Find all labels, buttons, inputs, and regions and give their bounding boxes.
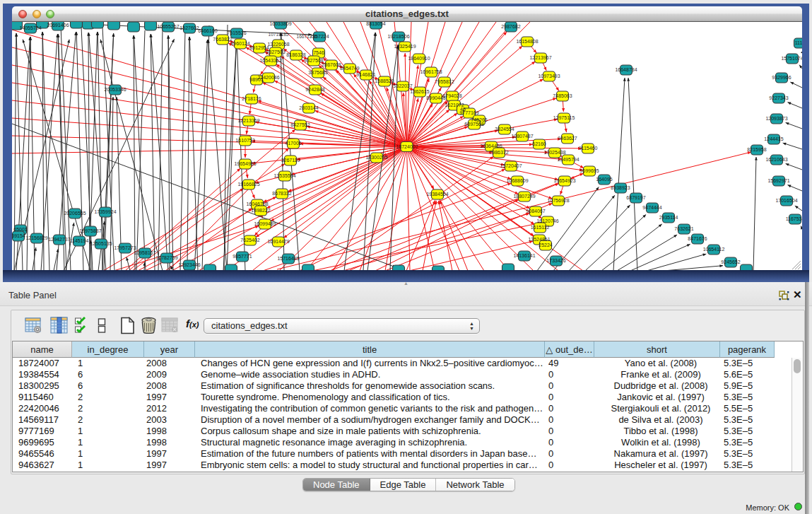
svg-text:8813054: 8813054 <box>366 22 385 26</box>
svg-text:13524851: 13524851 <box>528 237 550 242</box>
svg-text:9327508: 9327508 <box>304 58 323 63</box>
svg-text:2718176: 2718176 <box>242 96 261 101</box>
svg-text:8215958: 8215958 <box>747 147 766 152</box>
svg-text:19218506: 19218506 <box>387 34 409 39</box>
svg-text:1527602: 1527602 <box>180 25 199 30</box>
svg-text:1498222: 1498222 <box>251 208 270 213</box>
svg-text:13535594: 13535594 <box>273 173 295 178</box>
svg-text:98901: 98901 <box>249 77 264 82</box>
svg-text:2987682: 2987682 <box>501 24 520 29</box>
svg-text:7955812: 7955812 <box>435 79 454 84</box>
svg-text:8960124: 8960124 <box>230 41 249 46</box>
svg-text:16033809: 16033809 <box>269 22 291 26</box>
svg-text:8471676: 8471676 <box>688 236 707 241</box>
svg-text:14055724: 14055724 <box>19 25 41 30</box>
svg-text:417006: 417006 <box>285 141 301 146</box>
svg-text:12156829: 12156829 <box>25 235 47 240</box>
svg-text:10654112: 10654112 <box>703 247 725 252</box>
svg-text:7485063: 7485063 <box>553 93 572 98</box>
svg-text:13495794: 13495794 <box>557 157 579 162</box>
svg-text:9242848: 9242848 <box>305 87 324 92</box>
svg-text:9245652: 9245652 <box>721 259 740 264</box>
svg-text:15751074: 15751074 <box>781 56 802 61</box>
svg-text:6466160: 6466160 <box>198 28 217 33</box>
svg-text:10973493: 10973493 <box>538 74 560 78</box>
svg-text:16648784: 16648784 <box>615 67 637 72</box>
svg-text:16210643: 16210643 <box>765 157 787 162</box>
svg-text:7546: 7546 <box>313 50 324 55</box>
svg-text:1362615: 1362615 <box>410 89 429 94</box>
svg-text:19975887: 19975887 <box>79 228 101 233</box>
svg-text:15720407: 15720407 <box>500 163 522 168</box>
svg-text:9084067: 9084067 <box>526 209 545 214</box>
svg-text:12325419: 12325419 <box>394 44 416 49</box>
svg-text:10719185: 10719185 <box>269 32 289 37</box>
svg-text:1733426: 1733426 <box>546 258 565 263</box>
svg-text:3875685: 3875685 <box>308 70 327 75</box>
svg-text:8678332: 8678332 <box>272 191 291 196</box>
svg-text:16046708: 16046708 <box>246 201 268 206</box>
svg-text:8186328: 8186328 <box>286 52 305 57</box>
svg-text:1167534: 1167534 <box>786 216 802 221</box>
svg-text:3267110: 3267110 <box>281 158 300 163</box>
svg-text:1615112: 1615112 <box>531 225 550 230</box>
svg-text:19654923: 19654923 <box>553 178 575 183</box>
svg-text:17957273: 17957273 <box>114 245 136 250</box>
svg-text:10025438: 10025438 <box>543 150 565 155</box>
svg-text:15692971: 15692971 <box>767 178 789 183</box>
svg-text:16543362: 16543362 <box>259 58 281 63</box>
svg-text:6897568: 6897568 <box>464 122 483 127</box>
svg-text:19166825: 19166825 <box>237 182 259 187</box>
svg-text:12093873: 12093873 <box>765 116 787 121</box>
svg-text:12505135: 12505135 <box>90 241 112 246</box>
svg-text:1588520: 1588520 <box>375 78 394 83</box>
svg-text:39154: 39154 <box>12 233 25 238</box>
svg-text:6794028: 6794028 <box>442 93 461 98</box>
svg-text:16782759: 16782759 <box>155 255 177 260</box>
svg-text:6879197: 6879197 <box>626 195 645 200</box>
svg-text:9227343: 9227343 <box>769 95 788 100</box>
svg-text:16961758: 16961758 <box>420 69 442 74</box>
svg-text:9474444: 9474444 <box>642 205 661 210</box>
svg-text:7515526: 7515526 <box>227 30 246 35</box>
svg-text:5322037: 5322037 <box>393 83 412 88</box>
svg-text:9327503: 9327503 <box>266 49 285 54</box>
svg-text:16671355: 16671355 <box>297 34 317 39</box>
svg-text:10655267: 10655267 <box>157 24 179 29</box>
svg-text:2803144: 2803144 <box>299 105 318 110</box>
svg-text:19384554: 19384554 <box>426 192 448 197</box>
svg-text:1244415: 1244415 <box>764 136 783 141</box>
svg-text:9329966: 9329966 <box>772 75 791 80</box>
svg-text:2935114: 2935114 <box>659 215 678 220</box>
svg-text:1112: 1112 <box>795 40 802 45</box>
svg-text:10807487: 10807487 <box>511 134 533 139</box>
svg-text:10688609: 10688609 <box>506 178 528 183</box>
svg-text:9463627: 9463627 <box>558 136 577 141</box>
svg-text:14136141: 14136141 <box>513 253 535 258</box>
svg-text:18640910: 18640910 <box>408 56 430 61</box>
svg-text:17016504: 17016504 <box>775 198 797 203</box>
svg-text:20691406: 20691406 <box>47 23 69 28</box>
svg-text:65001: 65001 <box>13 227 28 232</box>
svg-text:18724007: 18724007 <box>396 144 418 149</box>
svg-text:12923446: 12923446 <box>178 262 200 267</box>
svg-text:15716485: 15716485 <box>277 256 299 261</box>
svg-text:2867608: 2867608 <box>322 62 341 67</box>
svg-text:20206555: 20206555 <box>64 211 86 216</box>
svg-text:12942737: 12942737 <box>48 237 70 242</box>
svg-text:20053346: 20053346 <box>104 87 126 92</box>
svg-text:62160: 62160 <box>532 141 546 146</box>
svg-text:8427552: 8427552 <box>290 122 310 127</box>
svg-text:164095: 164095 <box>596 177 612 182</box>
svg-text:8938923: 8938923 <box>611 185 630 190</box>
svg-text:16099489: 16099489 <box>254 221 276 226</box>
svg-text:19654985: 19654985 <box>234 161 256 166</box>
svg-text:16914479: 16914479 <box>267 239 289 244</box>
svg-text:25224: 25224 <box>539 243 553 247</box>
svg-text:10958167: 10958167 <box>134 250 155 255</box>
svg-text:7625402: 7625402 <box>240 238 259 243</box>
svg-text:8454749: 8454749 <box>340 66 359 71</box>
svg-text:13226058: 13226058 <box>267 42 289 47</box>
svg-text:9857771: 9857771 <box>233 254 252 259</box>
svg-text:1610753: 1610753 <box>235 138 254 143</box>
